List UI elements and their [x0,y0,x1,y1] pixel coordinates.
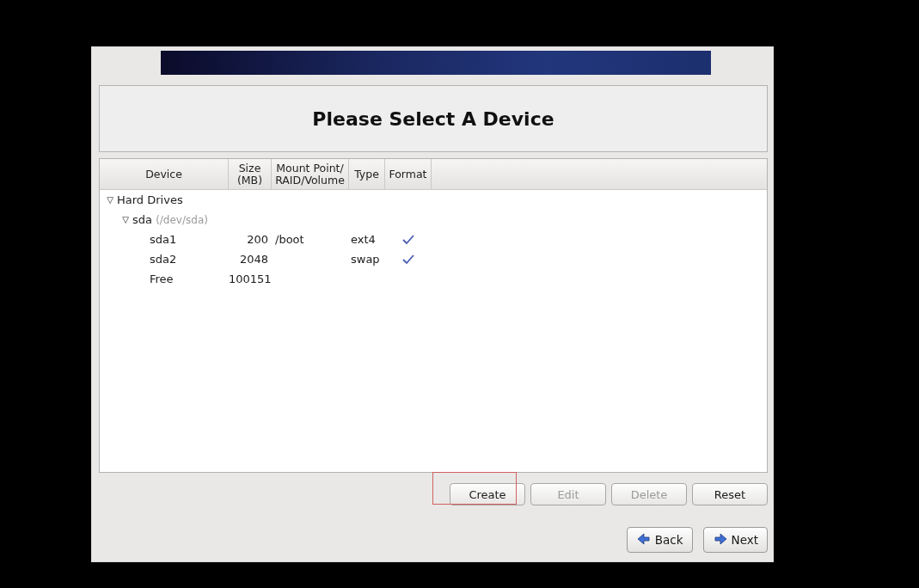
col-header-type[interactable]: Type [349,159,385,189]
col-header-size[interactable]: Size (MB) [229,159,272,189]
tree-label: Hard Drives [117,193,183,206]
page-title: Please Select A Device [312,108,554,130]
col-header-device[interactable]: Device [100,159,229,189]
col-header-rest [432,159,767,189]
part-type: ext4 [349,233,385,246]
partition-row[interactable]: sda1 200 /boot ext4 [100,230,767,249]
disk-path: (/dev/sda) [156,214,208,226]
part-size: 2048 [229,253,272,266]
part-mount: /boot [272,233,349,246]
edit-button[interactable]: Edit [530,483,606,505]
create-button[interactable]: Create [450,483,525,505]
installer-window: Please Select A Device Device Size (MB) … [91,46,774,562]
tree-root-hard-drives[interactable]: ▽ Hard Drives [100,190,767,210]
back-label: Back [655,533,683,547]
expander-icon[interactable]: ▽ [120,216,131,224]
next-button[interactable]: Next [703,527,768,553]
part-format [385,234,432,246]
col-header-format[interactable]: Format [385,159,432,189]
next-label: Next [732,533,758,547]
part-format [385,254,432,266]
tree-disk-sda[interactable]: ▽ sda (/dev/sda) [100,210,767,230]
partition-row-free[interactable]: Free 100151 [100,269,767,289]
arrow-left-icon [636,533,652,548]
col-header-mount[interactable]: Mount Point/ RAID/Volume [272,159,349,189]
part-device: sda1 [150,233,176,246]
partition-row[interactable]: sda2 2048 swap [100,249,767,269]
check-icon [401,234,415,246]
header-banner [161,51,711,75]
reset-button[interactable]: Reset [692,483,768,505]
check-icon [401,254,415,266]
table-header: Device Size (MB) Mount Point/ RAID/Volum… [100,159,767,190]
part-device: Free [150,273,174,285]
expander-icon[interactable]: ▽ [105,196,115,205]
part-device: sda2 [150,253,176,266]
part-type: swap [349,253,385,266]
partition-table: Device Size (MB) Mount Point/ RAID/Volum… [99,158,768,473]
arrow-right-icon [713,533,728,548]
part-size: 200 [229,233,272,246]
nav-buttons: Back Next [99,523,768,557]
back-button[interactable]: Back [627,527,693,553]
table-body: ▽ Hard Drives ▽ sda (/dev/sda) sda1 200 … [100,190,767,289]
disk-name: sda [132,213,152,226]
action-buttons: Create Edit Delete Reset [99,477,768,511]
part-size: 100151 [229,273,272,285]
delete-button[interactable]: Delete [611,483,687,505]
title-panel: Please Select A Device [99,85,768,152]
